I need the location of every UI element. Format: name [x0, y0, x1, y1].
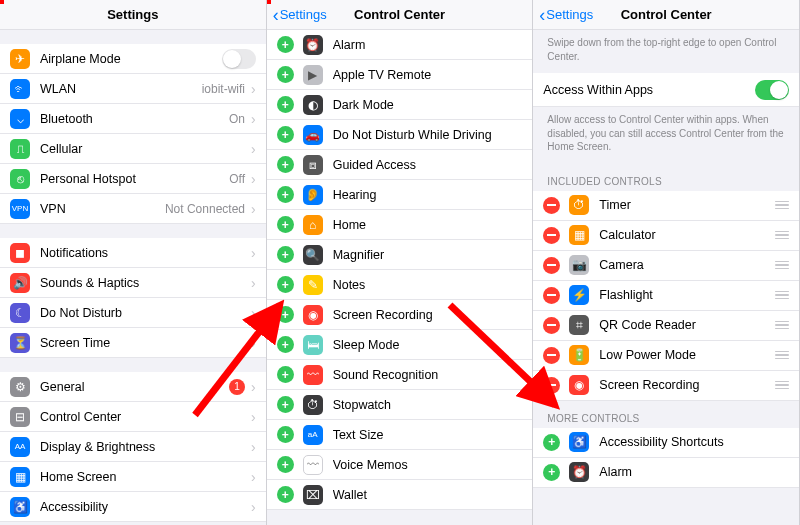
- guided-icon: ⧈: [303, 155, 323, 175]
- settings-panel: Settings ✈Airplane ModeᯤWLANiobit-wifi›⌵…: [0, 0, 267, 525]
- remove-button[interactable]: [543, 377, 560, 394]
- row-guided[interactable]: +⧈Guided Access: [267, 150, 533, 180]
- row-sounds[interactable]: 🔊Sounds & Haptics›: [0, 268, 266, 298]
- vpn-icon: VPN: [10, 199, 30, 219]
- row-qr[interactable]: ⌗QR Code Reader: [533, 311, 799, 341]
- reorder-handle[interactable]: [775, 201, 789, 210]
- alarm2-icon: ⏰: [569, 462, 589, 482]
- row-sleep[interactable]: +🛏Sleep Mode: [267, 330, 533, 360]
- row-bluetooth[interactable]: ⌵BluetoothOn›: [0, 104, 266, 134]
- row-display[interactable]: AADisplay & Brightness›: [0, 432, 266, 462]
- reorder-handle[interactable]: [775, 381, 789, 390]
- row-stopwatch[interactable]: +⏱Stopwatch: [267, 390, 533, 420]
- row-cellular[interactable]: ⎍Cellular›: [0, 134, 266, 164]
- row-calculator[interactable]: ▦Calculator: [533, 221, 799, 251]
- row-access-within-apps[interactable]: Access Within Apps: [533, 73, 799, 107]
- row-screenrec[interactable]: +◉Screen Recording: [267, 300, 533, 330]
- add-button[interactable]: +: [277, 366, 294, 383]
- row-label: Text Size: [333, 428, 533, 442]
- row-lowpower[interactable]: 🔋Low Power Mode: [533, 341, 799, 371]
- row-label: Control Center: [40, 410, 251, 424]
- row-voicememo[interactable]: +〰Voice Memos: [267, 450, 533, 480]
- row-wallet[interactable]: +⌧Wallet: [267, 480, 533, 510]
- row-dnd[interactable]: ☾Do Not Disturb›: [0, 298, 266, 328]
- notifications-icon: ◼: [10, 243, 30, 263]
- row-textsize[interactable]: +aAText Size: [267, 420, 533, 450]
- reorder-handle[interactable]: [775, 321, 789, 330]
- row-alarm[interactable]: +⏰Alarm: [267, 30, 533, 60]
- row-dark-mode[interactable]: +◐Dark Mode: [267, 90, 533, 120]
- add-button[interactable]: +: [277, 96, 294, 113]
- add-button[interactable]: +: [543, 464, 560, 481]
- row-camera[interactable]: 📷Camera: [533, 251, 799, 281]
- add-button[interactable]: +: [277, 456, 294, 473]
- add-button[interactable]: +: [277, 186, 294, 203]
- chevron-right-icon: ›: [251, 275, 256, 291]
- add-button[interactable]: +: [277, 486, 294, 503]
- reorder-handle[interactable]: [775, 261, 789, 270]
- remove-button[interactable]: [543, 287, 560, 304]
- chevron-right-icon: ›: [251, 81, 256, 97]
- row-airplane[interactable]: ✈Airplane Mode: [0, 44, 266, 74]
- row-vpn[interactable]: VPNVPNNot Connected›: [0, 194, 266, 224]
- back-button[interactable]: ‹ Settings: [533, 6, 593, 24]
- row-label: Home Screen: [40, 470, 251, 484]
- dark-mode-icon: ◐: [303, 95, 323, 115]
- row-timer[interactable]: ⏱Timer: [533, 191, 799, 221]
- add-button[interactable]: +: [543, 434, 560, 451]
- row-label: Voice Memos: [333, 458, 533, 472]
- chevron-right-icon: ›: [251, 245, 256, 261]
- add-button[interactable]: +: [277, 156, 294, 173]
- add-button[interactable]: +: [277, 126, 294, 143]
- general-icon: ⚙: [10, 377, 30, 397]
- more-controls-panel: ‹ Settings Control Center +⏰Alarm+▶Apple…: [267, 0, 534, 525]
- access-description: Allow access to Control Center within ap…: [533, 107, 799, 164]
- remove-button[interactable]: [543, 197, 560, 214]
- add-button[interactable]: +: [277, 246, 294, 263]
- row-a11y[interactable]: +♿Accessibility Shortcuts: [533, 428, 799, 458]
- row-accessibility[interactable]: ♿Accessibility›: [0, 492, 266, 522]
- add-button[interactable]: +: [277, 216, 294, 233]
- remove-button[interactable]: [543, 257, 560, 274]
- toggle-switch[interactable]: [222, 49, 256, 69]
- remove-button[interactable]: [543, 317, 560, 334]
- row-notes[interactable]: +✎Notes: [267, 270, 533, 300]
- add-button[interactable]: +: [277, 276, 294, 293]
- remove-button[interactable]: [543, 227, 560, 244]
- row-soundrec[interactable]: +〰Sound Recognition: [267, 360, 533, 390]
- chevron-left-icon: ‹: [539, 6, 545, 24]
- row-flashlight[interactable]: ⚡Flashlight: [533, 281, 799, 311]
- row-dnd-drive[interactable]: +🚗Do Not Disturb While Driving: [267, 120, 533, 150]
- row-notifications[interactable]: ◼Notifications›: [0, 238, 266, 268]
- add-button[interactable]: +: [277, 36, 294, 53]
- add-button[interactable]: +: [277, 396, 294, 413]
- row-hearing[interactable]: +👂Hearing: [267, 180, 533, 210]
- reorder-handle[interactable]: [775, 291, 789, 300]
- row-wlan[interactable]: ᯤWLANiobit-wifi›: [0, 74, 266, 104]
- row-control-center[interactable]: ⊟Control Center›: [0, 402, 266, 432]
- row-magnifier[interactable]: +🔍Magnifier: [267, 240, 533, 270]
- row-screenrec2[interactable]: ◉Screen Recording: [533, 371, 799, 401]
- reorder-handle[interactable]: [775, 351, 789, 360]
- row-label: Screen Recording: [333, 308, 533, 322]
- row-label: Do Not Disturb While Driving: [333, 128, 533, 142]
- reorder-handle[interactable]: [775, 231, 789, 240]
- add-button[interactable]: +: [277, 306, 294, 323]
- remove-button[interactable]: [543, 347, 560, 364]
- back-button[interactable]: ‹ Settings: [267, 6, 327, 24]
- row-alarm2[interactable]: +⏰Alarm: [533, 458, 799, 488]
- row-label: Accessibility: [40, 500, 251, 514]
- row-home2[interactable]: +⌂Home: [267, 210, 533, 240]
- row-screentime[interactable]: ⏳Screen Time›: [0, 328, 266, 358]
- row-label: Do Not Disturb: [40, 306, 251, 320]
- add-button[interactable]: +: [277, 336, 294, 353]
- add-button[interactable]: +: [277, 66, 294, 83]
- row-label: Alarm: [599, 465, 799, 479]
- row-hotspot[interactable]: ⎋Personal HotspotOff›: [0, 164, 266, 194]
- row-general[interactable]: ⚙General1›: [0, 372, 266, 402]
- row-home[interactable]: ▦Home Screen›: [0, 462, 266, 492]
- chevron-right-icon: ›: [251, 171, 256, 187]
- add-button[interactable]: +: [277, 426, 294, 443]
- toggle-switch[interactable]: [755, 80, 789, 100]
- row-apple-tv[interactable]: +▶Apple TV Remote: [267, 60, 533, 90]
